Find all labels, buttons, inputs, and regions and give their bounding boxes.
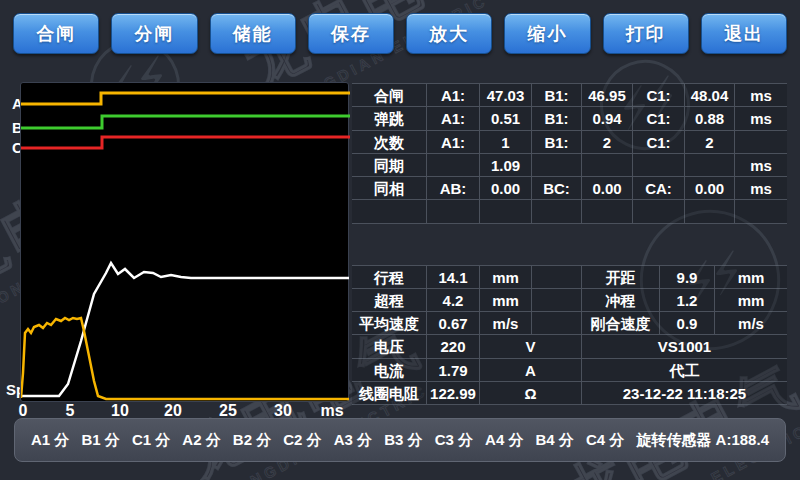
table-cell: mm [480,289,532,312]
table-cell: 次数 [352,131,427,154]
table-cell: Ω [480,382,582,405]
table-cell: mm [715,266,787,289]
table-cell: 0.94 [582,107,633,130]
mechanical-table-section: 行程14.1mm开距9.9mm超程4.2mm冲程1.2mm平均速度0.67m/s… [352,265,787,405]
table-cell: 122.99 [427,382,480,405]
table-cell: 0.9 [660,312,715,335]
travel-curve [21,263,349,396]
table-cell: A1: [427,131,480,154]
table-cell: 1.79 [427,359,480,382]
table-cell: 电压 [352,335,427,358]
table-cell [685,154,735,177]
table-cell [427,154,480,177]
energy-storage-button[interactable]: 储能 [210,13,296,54]
toolbar: 合闸 分闸 储能 保存 放大 缩小 打印 退出 [13,13,787,54]
channel-item-c3[interactable]: C3 分 [435,431,473,450]
zoom-in-button[interactable]: 放大 [406,13,492,54]
table-cell: ms [735,177,787,200]
channel-item-a2[interactable]: A2 分 [182,431,220,450]
table-cell: 0.88 [685,107,735,130]
table-cell: 0.51 [480,107,532,130]
channel-item-b1[interactable]: B1 分 [81,431,119,450]
table-cell: 平均速度 [352,312,427,335]
table-cell: 冲程 [582,289,660,312]
table-cell: 开距 [582,266,660,289]
table-cell: mm [715,289,787,312]
table-cell: A1: [427,107,480,130]
table-cell: 0.67 [427,312,480,335]
channel-item-c2[interactable]: C2 分 [283,431,321,450]
channel-status-bar: A1 分B1 分C1 分A2 分B2 分C2 分A3 分B3 分C3 分A4 分… [14,418,786,462]
table-cell: 23-12-22 11:18:25 [582,382,787,405]
table-cell [532,200,582,223]
zoom-out-button[interactable]: 缩小 [504,13,590,54]
table-cell: 48.04 [685,84,735,107]
table-cell: 行程 [352,266,427,289]
table-cell: 同期 [352,154,427,177]
channel-item-a3[interactable]: A3 分 [334,431,372,450]
table-cell: 刚合速度 [582,312,660,335]
table-cell [735,200,787,223]
table-cell: 0.00 [582,177,633,200]
table-cell: 1.09 [480,154,532,177]
table-cell: ms [735,154,787,177]
table-cell [582,200,633,223]
table-cell: 47.03 [480,84,532,107]
table-cell [532,154,582,177]
waveform-plot [21,83,350,403]
table-cell [532,289,582,312]
channel-item-b2[interactable]: B2 分 [233,431,271,450]
table-cell: 同相 [352,177,427,200]
channel-item-c1[interactable]: C1 分 [132,431,170,450]
save-button[interactable]: 保存 [308,13,394,54]
table-cell: C1: [633,107,685,130]
measurement-table: 合闸A1:47.03B1:46.95C1:48.04ms弹跳A1:0.51B1:… [352,83,787,405]
table-cell: B1: [532,107,582,130]
table-cell [480,200,532,223]
table-cell: 46.95 [582,84,633,107]
table-cell: A1: [427,84,480,107]
table-cell: 1 [480,131,532,154]
table-cell [427,200,480,223]
table-cell [685,200,735,223]
table-cell [582,154,633,177]
phase-c1-curve [21,137,350,148]
waveform-chart[interactable] [20,82,349,402]
table-cell: B1: [532,131,582,154]
table-cell: 2 [582,131,633,154]
open-switch-button[interactable]: 分闸 [111,13,197,54]
table-cell: 4.2 [427,289,480,312]
table-cell: AB: [427,177,480,200]
table-cell: 2 [685,131,735,154]
table-cell: 合闸 [352,84,427,107]
table-cell: A [480,359,582,382]
channel-item-a1[interactable]: A1 分 [31,431,69,450]
phase-b1-curve [21,116,350,128]
table-cell [532,266,582,289]
table-cell: ms [735,107,787,130]
table-cell: C1: [633,131,685,154]
table-gap [352,224,787,265]
table-cell: 电流 [352,359,427,382]
table-cell: V [480,335,582,358]
print-button[interactable]: 打印 [603,13,689,54]
channel-item-a4[interactable]: A4 分 [485,431,523,450]
channel-item-b4[interactable]: B4 分 [536,431,574,450]
close-switch-button[interactable]: 合闸 [13,13,99,54]
table-cell: 超程 [352,289,427,312]
table-cell: m/s [480,312,532,335]
channel-item-b3[interactable]: B3 分 [384,431,422,450]
table-cell: 线圈电阻 [352,382,427,405]
channel-item-c4[interactable]: C4 分 [586,431,624,450]
table-cell: 220 [427,335,480,358]
table-cell: B1: [532,84,582,107]
table-cell: C1: [633,84,685,107]
table-cell [633,154,685,177]
table-cell: mm [480,266,532,289]
table-cell: 9.9 [660,266,715,289]
table-cell: 1.2 [660,289,715,312]
table-cell: 弹跳 [352,107,427,130]
table-cell: CA: [633,177,685,200]
table-cell [633,200,685,223]
exit-button[interactable]: 退出 [701,13,787,54]
